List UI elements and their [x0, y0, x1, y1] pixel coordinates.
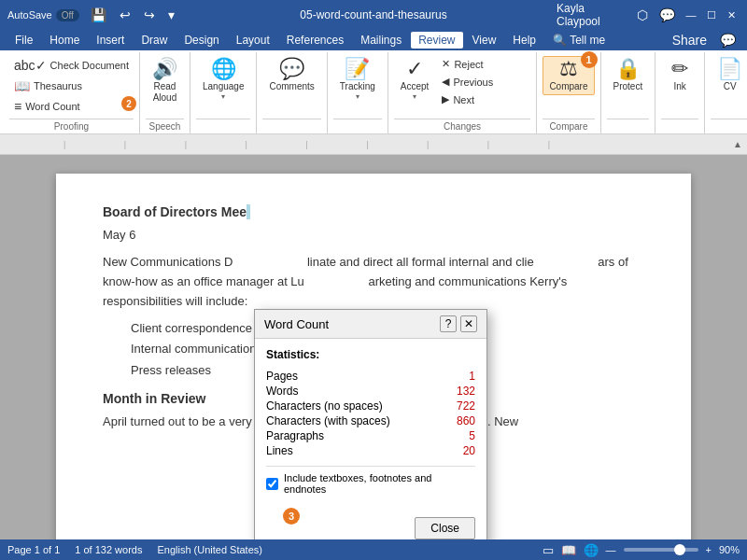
ribbon-group-language: 🌐 Language ▾	[190, 52, 258, 133]
menu-layout[interactable]: Layout	[229, 32, 277, 49]
zoom-in-icon[interactable]: +	[706, 544, 712, 555]
cv-group-label	[711, 119, 747, 132]
comments-group-label	[262, 119, 320, 132]
menu-tell-me[interactable]: 🔍 Tell me	[545, 32, 613, 49]
statusbar: Page 1 of 1 1 of 132 words English (Unit…	[0, 539, 747, 560]
accept-button[interactable]: ✓ Accept ▾	[394, 56, 436, 104]
prev-button[interactable]: ◀ Previous	[437, 74, 530, 90]
zoom-slider[interactable]	[624, 548, 698, 552]
redo-icon[interactable]: ↪	[140, 6, 159, 24]
menu-insert[interactable]: Insert	[89, 32, 132, 49]
menu-file[interactable]: File	[7, 32, 40, 49]
word-count-dialog: Word Count ? ✕ Statistics: Pages 1 Words…	[254, 309, 487, 539]
word-count-badge: 2	[121, 96, 136, 111]
close-dialog-button[interactable]: Close	[415, 517, 475, 539]
menu-review[interactable]: Review	[411, 32, 462, 49]
cv-button[interactable]: 📄 CV	[711, 56, 747, 95]
autosave-toggle[interactable]: Off	[56, 9, 79, 21]
ink-items: ✏ Ink	[661, 54, 698, 119]
view-read-icon[interactable]: 📖	[561, 543, 576, 557]
reject-button[interactable]: ✕ Reject	[437, 56, 530, 72]
titlebar-right: Kayla Claypool ⬡ 💬 — ☐ ✕	[557, 2, 740, 28]
proofing-items: abc✓ Check Document 📖 Thesaurus ≡ Word C…	[9, 54, 134, 119]
tracking-group-label	[333, 119, 382, 132]
tracking-label: Tracking	[340, 81, 375, 92]
include-checkbox[interactable]	[266, 478, 278, 490]
changes-items: ✓ Accept ▾ ✕ Reject ◀ Previous ▶ Next	[394, 54, 531, 119]
menu-references[interactable]: References	[279, 32, 351, 49]
menu-help[interactable]: Help	[505, 32, 543, 49]
compare-button[interactable]: ⚖ Compare 1	[543, 56, 594, 95]
ribbon-group-cv: 📄 CV	[705, 52, 747, 133]
next-button[interactable]: ▶ Next	[437, 91, 530, 107]
zoom-out-icon[interactable]: —	[606, 544, 616, 555]
language-items: 🌐 Language ▾	[196, 54, 251, 119]
ribbon-group-compare: ⚖ Compare 1 Compare	[537, 52, 600, 133]
compare-label: Compare	[549, 81, 587, 92]
include-checkbox-label: Include textboxes, footnotes and endnote…	[284, 472, 475, 495]
protect-button[interactable]: 🔒 Protect	[607, 56, 650, 95]
tracking-dropdown-arrow: ▾	[356, 92, 359, 101]
ribbon-group-speech: 🔊 ReadAloud Speech	[140, 52, 190, 133]
dialog-help-button[interactable]: ?	[440, 315, 457, 332]
dialog-footer: 3 Close	[255, 511, 486, 539]
undo-icon[interactable]: ↩	[116, 6, 134, 24]
speech-group-label: Speech	[146, 119, 184, 132]
compare-badge: 1	[581, 51, 598, 68]
language-button[interactable]: 🌐 Language ▾	[196, 56, 251, 104]
ink-button[interactable]: ✏ Ink	[661, 56, 698, 95]
word-count-label: Word Count	[25, 101, 80, 112]
view-web-icon[interactable]: 🌐	[584, 543, 599, 557]
ribbon-group-proofing: abc✓ Check Document 📖 Thesaurus ≡ Word C…	[4, 52, 140, 133]
prev-label: Previous	[453, 77, 493, 88]
titlebar-left: AutoSave Off 💾 ↩ ↪ ▾	[7, 6, 190, 24]
thesaurus-button[interactable]: 📖 Thesaurus	[9, 77, 134, 95]
more-icon[interactable]: ▾	[164, 6, 178, 24]
autosave-label: AutoSave	[7, 9, 52, 21]
share-btn[interactable]: Share	[669, 31, 711, 49]
read-aloud-icon: 🔊	[152, 59, 177, 79]
menu-design[interactable]: Design	[176, 32, 226, 49]
check-document-label: Check Document	[50, 60, 129, 71]
zoom-level: 90%	[719, 544, 740, 555]
language-icon: 🌐	[211, 59, 236, 79]
stats-value-pages: 1	[448, 369, 475, 384]
view-normal-icon[interactable]: ▭	[543, 543, 554, 557]
word-count-button[interactable]: ≡ Word Count 2	[9, 97, 134, 116]
word-count-icon: ≡	[14, 99, 21, 114]
dialog-close-icon-button[interactable]: ✕	[460, 315, 477, 332]
next-icon: ▶	[442, 93, 449, 105]
menu-draw[interactable]: Draw	[134, 32, 175, 49]
dialog-titlebar: Word Count ? ✕	[255, 310, 486, 339]
stats-label-pages: Pages	[266, 369, 448, 384]
menu-mailings[interactable]: Mailings	[353, 32, 409, 49]
accept-dropdown: ▾	[413, 92, 416, 101]
stats-label-chars-no-spaces: Characters (no spaces)	[266, 399, 448, 413]
read-aloud-button[interactable]: 🔊 ReadAloud	[146, 56, 184, 106]
ink-icon: ✏	[671, 59, 688, 79]
stats-row-pages: Pages 1	[266, 369, 475, 384]
menu-home[interactable]: Home	[42, 32, 87, 49]
check-document-button[interactable]: abc✓ Check Document	[9, 56, 134, 75]
menu-view[interactable]: View	[465, 32, 504, 49]
zoom-thumb[interactable]	[674, 544, 685, 555]
comments-ribbon-icon: 💬	[279, 59, 304, 79]
comments-icon[interactable]: 💬	[655, 6, 679, 24]
share-icon[interactable]: ⬡	[633, 6, 652, 24]
comments-btn[interactable]: 💬	[716, 31, 740, 49]
stats-row-chars-with-spaces: Characters (with spaces) 860	[266, 413, 475, 428]
cv-label: CV	[724, 81, 737, 92]
minimize-button[interactable]: —	[683, 6, 699, 24]
ruler-collapse-button[interactable]: ▲	[728, 134, 747, 154]
ink-label: Ink	[674, 81, 686, 92]
comments-button[interactable]: 💬 Comments	[262, 56, 320, 95]
tracking-button[interactable]: 📝 Tracking ▾	[333, 56, 382, 104]
compare-items: ⚖ Compare 1	[543, 54, 594, 119]
ribbon: abc✓ Check Document 📖 Thesaurus ≡ Word C…	[0, 50, 747, 134]
ribbon-group-protect: 🔒 Protect	[601, 52, 656, 133]
close-button[interactable]: ✕	[723, 6, 740, 24]
save-icon[interactable]: 💾	[87, 6, 110, 24]
changes-group-label: Changes	[394, 119, 531, 132]
restore-button[interactable]: ☐	[703, 6, 720, 24]
autosave-control: AutoSave Off	[7, 9, 79, 21]
